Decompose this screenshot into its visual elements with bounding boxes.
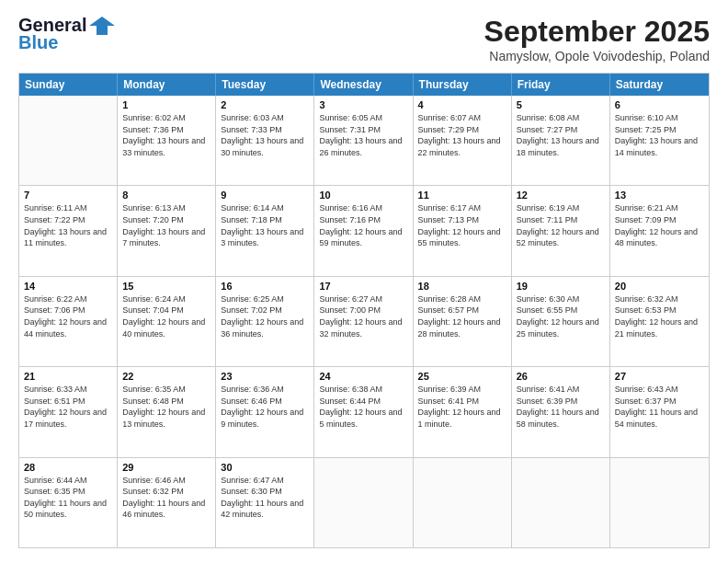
day-info: Sunrise: 6:17 AM Sunset: 7:13 PM Dayligh… [418,202,506,248]
day-info: Sunrise: 6:39 AM Sunset: 6:41 PM Dayligh… [418,384,506,430]
day-number: 1 [122,99,210,110]
month-title: September 2025 [484,15,710,49]
calendar-cell [314,458,413,547]
title-area: September 2025 Namyslow, Opole Voivodesh… [484,15,710,63]
calendar-cell: 9Sunrise: 6:14 AM Sunset: 7:18 PM Daylig… [216,186,314,275]
day-number: 14 [24,281,112,292]
calendar-row-3: 21Sunrise: 6:33 AM Sunset: 6:51 PM Dayli… [19,367,709,457]
day-number: 12 [517,190,605,201]
calendar-cell: 26Sunrise: 6:41 AM Sunset: 6:39 PM Dayli… [512,367,610,456]
weekday-header-sunday: Sunday [19,74,118,96]
calendar-cell: 13Sunrise: 6:21 AM Sunset: 7:09 PM Dayli… [610,186,709,275]
day-number: 28 [24,462,112,473]
calendar-header: SundayMondayTuesdayWednesdayThursdayFrid… [19,74,709,96]
calendar-cell: 20Sunrise: 6:32 AM Sunset: 6:53 PM Dayli… [610,277,709,366]
day-info: Sunrise: 6:25 AM Sunset: 7:02 PM Dayligh… [221,293,309,339]
day-info: Sunrise: 6:11 AM Sunset: 7:22 PM Dayligh… [24,202,112,248]
calendar-cell: 1Sunrise: 6:02 AM Sunset: 7:36 PM Daylig… [118,96,216,185]
calendar-cell: 15Sunrise: 6:24 AM Sunset: 7:04 PM Dayli… [118,277,216,366]
logo-bird-icon [89,17,115,35]
day-info: Sunrise: 6:32 AM Sunset: 6:53 PM Dayligh… [615,293,704,339]
calendar-cell [19,96,118,185]
day-info: Sunrise: 6:36 AM Sunset: 6:46 PM Dayligh… [221,384,309,430]
day-number: 23 [221,371,309,382]
calendar-cell: 23Sunrise: 6:36 AM Sunset: 6:46 PM Dayli… [216,367,314,456]
day-number: 4 [418,99,506,110]
svg-marker-0 [89,17,115,35]
weekday-header-thursday: Thursday [414,74,512,96]
weekday-header-wednesday: Wednesday [314,74,413,96]
day-info: Sunrise: 6:24 AM Sunset: 7:04 PM Dayligh… [122,293,210,339]
day-number: 2 [221,99,309,110]
calendar-row-4: 28Sunrise: 6:44 AM Sunset: 6:35 PM Dayli… [19,458,709,547]
day-info: Sunrise: 6:14 AM Sunset: 7:18 PM Dayligh… [221,202,309,248]
day-info: Sunrise: 6:33 AM Sunset: 6:51 PM Dayligh… [24,384,112,430]
calendar-cell: 6Sunrise: 6:10 AM Sunset: 7:25 PM Daylig… [610,96,709,185]
calendar-cell: 7Sunrise: 6:11 AM Sunset: 7:22 PM Daylig… [19,186,118,275]
day-number: 25 [418,371,506,382]
day-info: Sunrise: 6:47 AM Sunset: 6:30 PM Dayligh… [221,475,309,521]
day-number: 30 [221,462,309,473]
calendar-cell: 5Sunrise: 6:08 AM Sunset: 7:27 PM Daylig… [512,96,610,185]
day-number: 11 [418,190,506,201]
calendar-cell: 17Sunrise: 6:27 AM Sunset: 7:00 PM Dayli… [314,277,413,366]
calendar-cell: 8Sunrise: 6:13 AM Sunset: 7:20 PM Daylig… [118,186,216,275]
day-number: 20 [615,281,704,292]
calendar-cell: 27Sunrise: 6:43 AM Sunset: 6:37 PM Dayli… [610,367,709,456]
calendar-cell: 16Sunrise: 6:25 AM Sunset: 7:02 PM Dayli… [216,277,314,366]
calendar-cell: 22Sunrise: 6:35 AM Sunset: 6:48 PM Dayli… [118,367,216,456]
weekday-header-tuesday: Tuesday [216,74,314,96]
day-number: 13 [615,190,704,201]
calendar-cell: 29Sunrise: 6:46 AM Sunset: 6:32 PM Dayli… [118,458,216,547]
day-info: Sunrise: 6:41 AM Sunset: 6:39 PM Dayligh… [517,384,605,430]
calendar-cell: 21Sunrise: 6:33 AM Sunset: 6:51 PM Dayli… [19,367,118,456]
logo: General Blue [18,15,115,53]
day-info: Sunrise: 6:02 AM Sunset: 7:36 PM Dayligh… [122,112,210,158]
day-number: 21 [24,371,112,382]
day-info: Sunrise: 6:21 AM Sunset: 7:09 PM Dayligh… [615,202,704,248]
day-number: 29 [122,462,210,473]
day-info: Sunrise: 6:07 AM Sunset: 7:29 PM Dayligh… [418,112,506,158]
weekday-header-monday: Monday [118,74,216,96]
calendar-cell: 25Sunrise: 6:39 AM Sunset: 6:41 PM Dayli… [414,367,512,456]
header: General Blue September 2025 Namyslow, Op… [18,15,710,63]
day-info: Sunrise: 6:44 AM Sunset: 6:35 PM Dayligh… [24,475,112,521]
day-number: 17 [319,281,407,292]
day-number: 22 [122,371,210,382]
day-info: Sunrise: 6:22 AM Sunset: 7:06 PM Dayligh… [24,293,112,339]
calendar-cell: 18Sunrise: 6:28 AM Sunset: 6:57 PM Dayli… [414,277,512,366]
page: General Blue September 2025 Namyslow, Op… [0,0,728,563]
day-info: Sunrise: 6:30 AM Sunset: 6:55 PM Dayligh… [517,293,605,339]
weekday-header-friday: Friday [512,74,610,96]
day-info: Sunrise: 6:35 AM Sunset: 6:48 PM Dayligh… [122,384,210,430]
calendar-cell: 14Sunrise: 6:22 AM Sunset: 7:06 PM Dayli… [19,277,118,366]
day-number: 18 [418,281,506,292]
calendar-row-1: 7Sunrise: 6:11 AM Sunset: 7:22 PM Daylig… [19,186,709,276]
day-number: 16 [221,281,309,292]
calendar-cell: 12Sunrise: 6:19 AM Sunset: 7:11 PM Dayli… [512,186,610,275]
day-number: 10 [319,190,407,201]
calendar-body: 1Sunrise: 6:02 AM Sunset: 7:36 PM Daylig… [19,96,709,547]
calendar-cell [512,458,610,547]
day-number: 24 [319,371,407,382]
day-number: 5 [517,99,605,110]
day-info: Sunrise: 6:05 AM Sunset: 7:31 PM Dayligh… [319,112,407,158]
calendar-cell: 3Sunrise: 6:05 AM Sunset: 7:31 PM Daylig… [314,96,413,185]
day-info: Sunrise: 6:46 AM Sunset: 6:32 PM Dayligh… [122,475,210,521]
calendar-cell: 30Sunrise: 6:47 AM Sunset: 6:30 PM Dayli… [216,458,314,547]
weekday-header-saturday: Saturday [610,74,709,96]
calendar-cell: 2Sunrise: 6:03 AM Sunset: 7:33 PM Daylig… [216,96,314,185]
logo-text-blue: Blue [18,32,58,53]
day-info: Sunrise: 6:16 AM Sunset: 7:16 PM Dayligh… [319,202,407,248]
calendar-cell: 19Sunrise: 6:30 AM Sunset: 6:55 PM Dayli… [512,277,610,366]
day-info: Sunrise: 6:43 AM Sunset: 6:37 PM Dayligh… [615,384,704,430]
day-info: Sunrise: 6:38 AM Sunset: 6:44 PM Dayligh… [319,384,407,430]
day-number: 15 [122,281,210,292]
day-info: Sunrise: 6:13 AM Sunset: 7:20 PM Dayligh… [122,202,210,248]
day-number: 7 [24,190,112,201]
calendar-cell: 11Sunrise: 6:17 AM Sunset: 7:13 PM Dayli… [414,186,512,275]
day-number: 19 [517,281,605,292]
day-number: 3 [319,99,407,110]
calendar-row-2: 14Sunrise: 6:22 AM Sunset: 7:06 PM Dayli… [19,277,709,367]
day-info: Sunrise: 6:10 AM Sunset: 7:25 PM Dayligh… [615,112,704,158]
